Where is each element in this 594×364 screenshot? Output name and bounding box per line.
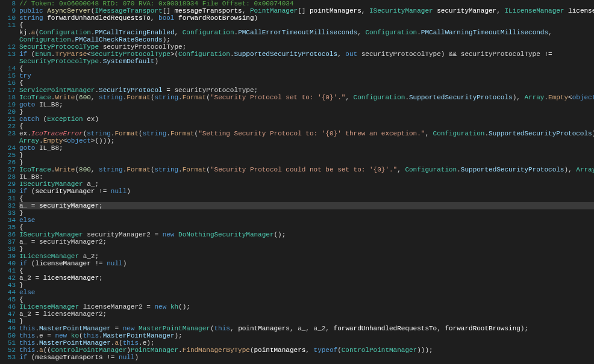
line-number: 40 (0, 260, 16, 267)
code-line[interactable]: IL_B8: (19, 173, 594, 180)
code-line[interactable]: { (19, 79, 594, 87)
line-number (0, 29, 16, 36)
line-number: 44 (0, 289, 16, 296)
line-number: 38 (0, 245, 16, 253)
line-number: 10 (0, 14, 16, 22)
code-line[interactable]: IcoTrace.Write(800, string.Format(string… (19, 166, 594, 173)
line-number: 24 (0, 144, 16, 152)
line-number: 16 (0, 79, 16, 87)
line-number: 47 (0, 310, 16, 318)
line-number (0, 58, 16, 65)
line-number: 26 (0, 159, 16, 166)
code-line[interactable]: this.MasterPointManager.a(this.e); (19, 339, 594, 347)
code-line[interactable]: } (19, 209, 594, 217)
line-number: 9 (0, 7, 16, 14)
code-line[interactable]: SecurityProtocolType securityProtocolTyp… (19, 43, 594, 51)
line-number: 8 (0, 0, 16, 7)
line-number: 13 (0, 51, 16, 58)
code-line[interactable]: this.a((ControlPointManager)PointManager… (19, 347, 594, 354)
code-line[interactable]: a_2 = licenseManager2; (19, 310, 594, 318)
line-number: 25 (0, 152, 16, 159)
line-number: 51 (0, 339, 16, 347)
line-number: 35 (0, 224, 16, 231)
line-number: 50 (0, 332, 16, 339)
code-line[interactable]: Array.Empty<object>())); (19, 137, 594, 144)
code-line[interactable]: } (19, 159, 594, 166)
code-line[interactable]: { (19, 296, 594, 303)
line-number: 29 (0, 180, 16, 188)
line-number: 41 (0, 267, 16, 274)
code-line[interactable]: { (19, 22, 594, 29)
line-number: 32 (0, 202, 16, 209)
code-line[interactable]: catch (Exception ex) (19, 116, 594, 123)
code-line[interactable]: Configuration.PMCallCheckRateSeconds); (19, 36, 594, 43)
code-line[interactable]: if (securityManager != null) (19, 188, 594, 195)
code-line[interactable]: kj.a(Configuration.PMCallTracingEnabled,… (19, 29, 594, 36)
code-line[interactable]: } (19, 318, 594, 325)
line-number: 18 (0, 94, 16, 101)
line-number: 23 (0, 130, 16, 137)
code-line[interactable]: ILicenseManager licenseManager2 = new kh… (19, 303, 594, 310)
line-number: 53 (0, 354, 16, 361)
line-number (0, 36, 16, 43)
code-line[interactable]: // Token: 0x06000048 RID: 070 RVA: 0x000… (19, 0, 594, 7)
code-line[interactable]: if (licenseManager != null) (19, 260, 594, 267)
code-line[interactable]: this.MasterPointManager = new MasterPoin… (19, 325, 594, 332)
line-number: 42 (0, 274, 16, 282)
code-line[interactable]: if (messageTransports != null) (19, 354, 594, 361)
code-line[interactable]: ex.IcoTraceError(string.Format(string.Fo… (19, 130, 594, 137)
code-editor[interactable]: 8910111213141516171819202122232425262728… (0, 0, 594, 364)
code-line[interactable]: { (19, 123, 594, 130)
code-line[interactable]: public AsyncServer(IMessageTransport[] m… (19, 7, 594, 14)
line-number: 36 (0, 231, 16, 238)
code-line[interactable]: ISecurityManager a_; (19, 180, 594, 188)
line-number: 39 (0, 253, 16, 260)
code-line[interactable]: a_ = securityManager; (19, 202, 594, 209)
line-number: 27 (0, 166, 16, 173)
code-line[interactable]: a_ = securityManager2; (19, 238, 594, 245)
code-line[interactable]: IcoTrace.Write(600, string.Format(string… (19, 94, 594, 101)
line-number (0, 137, 16, 144)
code-line[interactable]: ISecurityManager securityManager2 = new … (19, 231, 594, 238)
code-line[interactable]: try (19, 72, 594, 79)
code-line[interactable]: if (Enum.TryParse<SecurityProtocolType>(… (19, 51, 594, 58)
line-number: 52 (0, 347, 16, 354)
code-line[interactable]: else (19, 217, 594, 224)
code-area[interactable]: // Token: 0x06000048 RID: 070 RVA: 0x000… (19, 0, 594, 364)
code-line[interactable]: ILicenseManager a_2; (19, 253, 594, 260)
code-line[interactable]: this.e = new ko(this.MasterPointManager)… (19, 332, 594, 339)
line-number: 14 (0, 65, 16, 72)
code-line[interactable]: { (19, 267, 594, 274)
code-line[interactable]: string forwardUnhandledRequestsTo, bool … (19, 14, 594, 22)
code-line[interactable]: { (19, 65, 594, 72)
line-number: 21 (0, 116, 16, 123)
line-number: 48 (0, 318, 16, 325)
line-number: 33 (0, 209, 16, 217)
code-line[interactable]: else (19, 289, 594, 296)
code-line[interactable]: goto IL_B8; (19, 144, 594, 152)
line-number: 17 (0, 87, 16, 94)
code-line[interactable]: SecurityProtocolType.SystemDefault) (19, 58, 594, 65)
line-number: 28 (0, 173, 16, 180)
line-number: 49 (0, 325, 16, 332)
code-line[interactable]: a_2 = licenseManager; (19, 274, 594, 282)
line-number: 37 (0, 238, 16, 245)
code-line[interactable]: ServicePointManager.SecurityProtocol = s… (19, 87, 594, 94)
line-number-gutter: 8910111213141516171819202122232425262728… (0, 0, 19, 364)
line-number: 45 (0, 296, 16, 303)
code-line[interactable]: goto IL_B8; (19, 101, 594, 108)
code-line[interactable]: } (19, 282, 594, 289)
code-line[interactable]: { (19, 224, 594, 231)
code-line[interactable]: } (19, 152, 594, 159)
line-number: 11 (0, 22, 16, 29)
code-line[interactable]: } (19, 245, 594, 253)
line-number: 43 (0, 282, 16, 289)
line-number: 12 (0, 43, 16, 51)
line-number: 30 (0, 188, 16, 195)
line-number: 15 (0, 72, 16, 79)
line-number: 46 (0, 303, 16, 310)
line-number: 22 (0, 123, 16, 130)
code-line[interactable]: } (19, 108, 594, 116)
line-number: 19 (0, 101, 16, 108)
code-line[interactable]: { (19, 195, 594, 202)
